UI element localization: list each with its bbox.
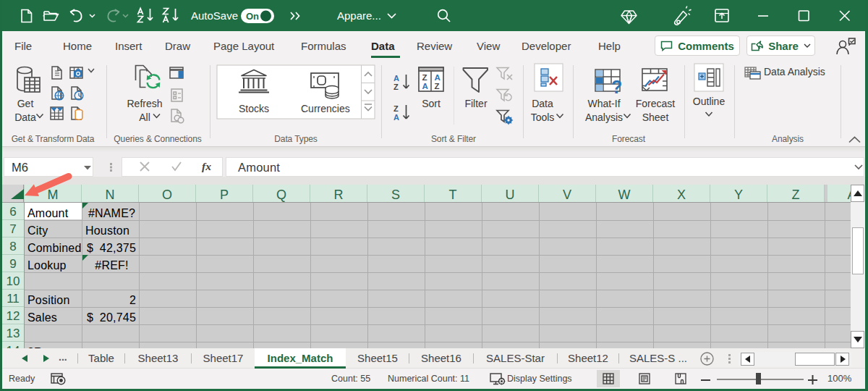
svg-text:Z: Z [393, 83, 399, 91]
svg-text:AutoSave: AutoSave [191, 9, 238, 22]
svg-text:On: On [246, 11, 259, 22]
svg-text:Z: Z [393, 104, 399, 113]
svg-text:Appare...: Appare... [337, 9, 381, 22]
svg-text:A: A [422, 82, 428, 91]
svg-text:A: A [435, 73, 441, 82]
svg-text:?: ? [611, 77, 622, 97]
svg-text:Z: Z [422, 73, 427, 82]
svg-text:Z: Z [435, 82, 440, 91]
svg-text:A: A [393, 113, 399, 122]
svg-text:A: A [393, 74, 399, 83]
